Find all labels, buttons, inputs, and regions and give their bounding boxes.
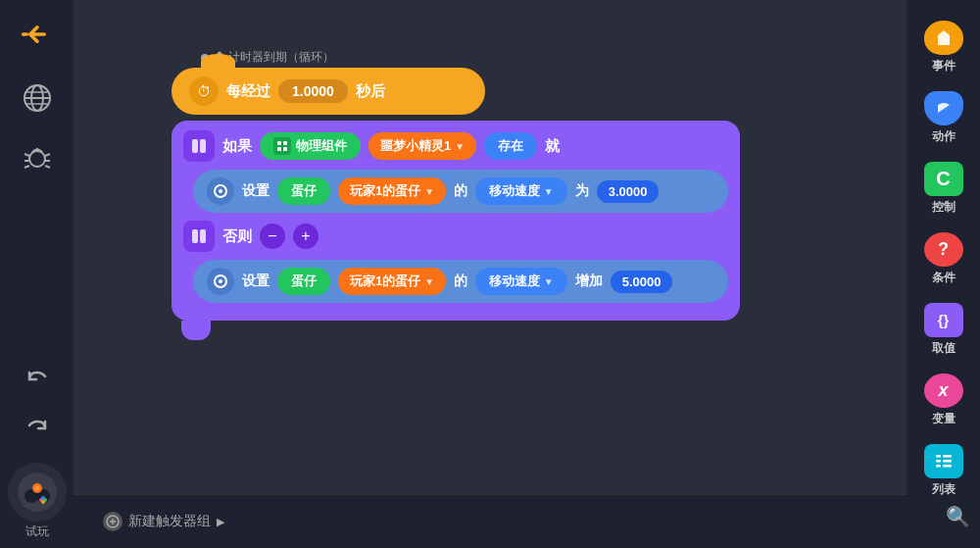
svg-rect-22 (936, 455, 941, 458)
set-attr-2[interactable]: 移动速度 ▼ (475, 268, 567, 295)
set-target-label-1: 玩家1的蛋仔 (350, 182, 420, 200)
right-item-list[interactable]: 列表 (911, 438, 975, 504)
variable-label: 变量 (932, 411, 956, 427)
if-icon (183, 130, 215, 162)
zoom-icon[interactable]: 🔍 (946, 505, 970, 528)
right-item-control[interactable]: C 控制 (911, 156, 975, 222)
set-attr-label-2: 移动速度 (489, 274, 540, 288)
list-label: 列表 (932, 481, 956, 498)
component-label: 物理组件 (296, 137, 347, 155)
control-label: 控制 (932, 199, 956, 216)
svg-point-35 (219, 189, 222, 193)
set-icon-1 (207, 177, 234, 205)
else-icon (183, 221, 215, 252)
back-button[interactable] (13, 10, 62, 59)
svg-rect-31 (283, 141, 287, 145)
set-object-label-1: 蛋仔 (291, 182, 317, 200)
set-of-1: 的 (454, 182, 467, 200)
else-row: 否则 − + (183, 221, 728, 252)
svg-rect-29 (200, 139, 206, 153)
right-item-variable[interactable]: x 变量 (911, 368, 975, 433)
if-text: 如果 (222, 137, 252, 156)
svg-line-8 (24, 166, 29, 168)
undo-button[interactable] (18, 360, 57, 399)
new-trigger-icon (103, 512, 122, 531)
new-trigger-button[interactable]: 新建触发器组 ▶ (93, 506, 234, 537)
set-attr-arrow-2: ▼ (544, 276, 554, 287)
set-op-1: 为 (575, 182, 589, 200)
svg-rect-25 (943, 460, 952, 463)
svg-point-39 (219, 279, 222, 283)
svg-point-5 (29, 151, 45, 167)
set-of-2: 的 (454, 273, 467, 290)
svg-line-11 (45, 166, 50, 168)
set-target-arrow-2: ▼ (424, 276, 434, 287)
set-value-2[interactable]: 5.0000 (611, 271, 673, 293)
component-pill[interactable]: 物理组件 (260, 132, 361, 160)
svg-rect-23 (943, 455, 952, 458)
svg-line-9 (45, 154, 50, 156)
set-label-1: 设置 (242, 182, 270, 200)
set-op-2: 增加 (575, 273, 603, 290)
component-icon (273, 137, 291, 155)
set-row-1: 设置 蛋仔 玩家1的蛋仔 ▼ 的 移动速度 ▼ 为 3.0000 (193, 170, 728, 213)
svg-point-21 (41, 500, 45, 504)
globe-button[interactable] (13, 74, 62, 123)
then-text: 就 (545, 137, 560, 156)
svg-rect-37 (200, 229, 206, 243)
set-row-2: 设置 蛋仔 玩家1的蛋仔 ▼ 的 移动速度 ▼ 增加 5.0000 (193, 260, 728, 303)
svg-rect-24 (936, 460, 941, 463)
redo-button[interactable] (18, 409, 57, 448)
else-text: 否则 (222, 227, 252, 246)
right-item-value[interactable]: {} 取值 (911, 297, 975, 363)
set-object-1[interactable]: 蛋仔 (277, 177, 330, 205)
set-value-label-2: 5.0000 (622, 274, 662, 289)
svg-rect-26 (936, 465, 941, 468)
exist-pill[interactable]: 存在 (484, 132, 537, 160)
svg-rect-33 (283, 147, 287, 151)
orange-timer-block[interactable]: ⏱ 每经过 1.0000 秒后 (172, 68, 485, 115)
set-target-arrow-1: ▼ (424, 186, 434, 197)
set-label-2: 设置 (242, 273, 270, 290)
right-item-action[interactable]: 动作 (911, 85, 975, 151)
entity-label: 噩梦小精灵1 (380, 137, 451, 155)
set-icon-2 (207, 268, 234, 295)
set-attr-label-1: 移动速度 (489, 183, 540, 198)
purple-if-block: 如果 物理组件 噩梦小精灵1 ▼ (172, 121, 740, 321)
else-minus-button[interactable]: − (260, 224, 285, 249)
bottom-toolbar: 新建触发器组 ▶ (74, 494, 906, 548)
zoom-area: 🔍 (946, 505, 970, 528)
set-target-1[interactable]: 玩家1的蛋仔 ▼ (338, 177, 446, 205)
bug-button[interactable] (13, 132, 62, 181)
timer-value[interactable]: 1.0000 (278, 79, 348, 103)
svg-rect-27 (943, 465, 952, 468)
svg-rect-30 (277, 141, 281, 145)
set-target-label-2: 玩家1的蛋仔 (350, 273, 420, 290)
set-attr-1[interactable]: 移动速度 ▼ (475, 177, 567, 205)
orange-block-bump (201, 54, 235, 70)
svg-rect-36 (192, 229, 198, 243)
entity-pill[interactable]: 噩梦小精灵1 ▼ (368, 132, 476, 160)
set-value-1[interactable]: 3.0000 (597, 180, 660, 203)
new-trigger-label: 新建触发器组 (128, 513, 211, 530)
timer-suffix: 秒后 (356, 82, 385, 101)
else-plus-button[interactable]: + (293, 224, 318, 249)
timer-prefix: 每经过 (226, 82, 270, 101)
blocks-container: ◆ 计时器到期（循环） ⏱ 每经过 1.0000 秒后 如果 (172, 49, 740, 340)
set-object-2[interactable]: 蛋仔 (277, 268, 330, 295)
svg-line-6 (24, 154, 29, 156)
try-play-label: 试玩 (25, 523, 49, 540)
exist-label: 存在 (498, 138, 523, 153)
right-item-event[interactable]: 事件 (911, 15, 975, 80)
if-row: 如果 物理组件 噩梦小精灵1 ▼ (183, 130, 728, 162)
right-item-condition[interactable]: ? 条件 (911, 226, 975, 292)
left-sidebar: 试玩 (0, 0, 74, 548)
set-value-label-1: 3.0000 (609, 184, 648, 199)
set-target-2[interactable]: 玩家1的蛋仔 ▼ (338, 268, 446, 295)
main-canvas: ◆ 计时器到期（循环） ⏱ 每经过 1.0000 秒后 如果 (74, 0, 906, 494)
set-attr-arrow-1: ▼ (544, 186, 554, 197)
entity-dropdown-arrow: ▼ (455, 141, 465, 152)
try-play-button[interactable] (8, 463, 67, 522)
purple-tail (181, 321, 211, 340)
timer-header: ◆ 计时器到期（循环） (172, 49, 740, 66)
